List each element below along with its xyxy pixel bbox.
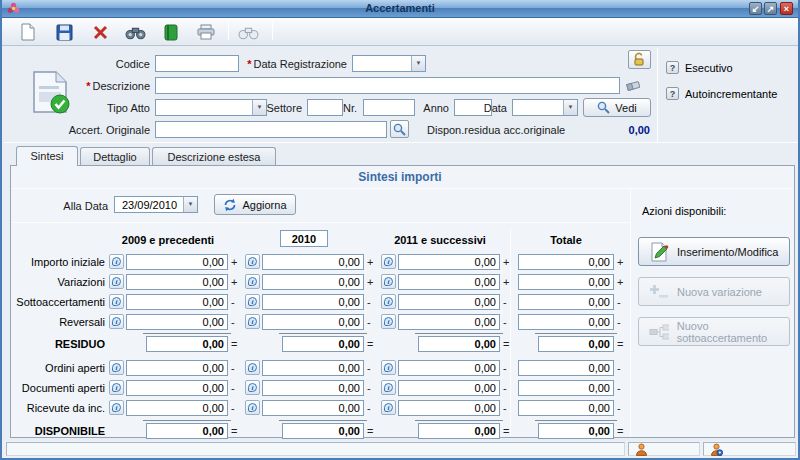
vedi-button[interactable]: Vedi — [583, 98, 651, 117]
find-accertamento-button[interactable] — [236, 20, 260, 44]
chevron-down-icon[interactable]: ▼ — [183, 197, 197, 212]
amount-input[interactable] — [518, 380, 614, 396]
amount-input[interactable] — [398, 400, 500, 416]
refresh-icon — [223, 198, 237, 212]
amount-input[interactable] — [262, 274, 364, 290]
amount-input[interactable] — [262, 254, 364, 270]
chevron-down-icon[interactable]: ▼ — [563, 100, 577, 115]
app-window: Accertamenti ↙ ↗ × Codice — [0, 0, 800, 460]
minimize-button[interactable]: ↙ — [749, 2, 762, 15]
info-icon[interactable] — [245, 380, 260, 395]
amount-input[interactable] — [518, 400, 614, 416]
open-padlock-icon — [632, 52, 647, 67]
titlebar[interactable]: Accertamenti ↙ ↗ × — [2, 0, 798, 18]
amount-input[interactable] — [518, 294, 614, 310]
clear-descrizione-button[interactable] — [626, 79, 641, 94]
amount-input[interactable] — [126, 274, 228, 290]
nuova-variazione-button[interactable]: Nuova variazione — [638, 277, 790, 306]
nuovo-sottoaccertamento-label: Nuovo sottoaccertamento — [677, 320, 789, 344]
lock-button[interactable] — [628, 50, 651, 69]
info-icon[interactable] — [381, 360, 396, 375]
info-icon[interactable] — [381, 314, 396, 329]
info-icon[interactable] — [381, 274, 396, 289]
data-combo[interactable]: ▼ — [512, 99, 578, 116]
info-icon[interactable] — [245, 274, 260, 289]
amount-input[interactable] — [518, 274, 614, 290]
search-accert-button[interactable] — [390, 120, 409, 138]
amount-input[interactable] — [262, 360, 364, 376]
alla-data-divider — [12, 222, 630, 223]
amount-input[interactable] — [398, 380, 500, 396]
amount-input[interactable] — [418, 336, 500, 352]
info-icon[interactable] — [245, 294, 260, 309]
amount-input[interactable] — [398, 254, 500, 270]
info-icon[interactable] — [381, 380, 396, 395]
amount-input[interactable] — [398, 294, 500, 310]
aggiorna-button[interactable]: Aggiorna — [214, 194, 296, 215]
inserimento-modifica-button[interactable]: Inserimento/Modifica — [638, 237, 790, 266]
amount-input[interactable] — [126, 254, 228, 270]
find-button[interactable] — [123, 20, 147, 44]
info-icon[interactable] — [109, 314, 124, 329]
tab-sintesi[interactable]: Sintesi — [16, 146, 78, 166]
amount-input[interactable] — [418, 423, 500, 439]
amount-input[interactable] — [398, 314, 500, 330]
descrizione-label: *Descrizione — [30, 80, 150, 92]
amount-input[interactable] — [146, 336, 228, 352]
new-document-button[interactable] — [16, 20, 40, 44]
amount-input[interactable] — [398, 360, 500, 376]
info-icon[interactable] — [245, 400, 260, 415]
maximize-button[interactable]: ↗ — [764, 2, 777, 15]
amount-input[interactable] — [518, 254, 614, 270]
amount-input[interactable] — [398, 274, 500, 290]
amount-input[interactable] — [126, 294, 228, 310]
column-header-2009: 2009 e precedenti — [122, 234, 214, 246]
amount-input[interactable] — [518, 360, 614, 376]
catalog-button[interactable] — [159, 20, 183, 44]
info-icon[interactable] — [245, 360, 260, 375]
codice-label: Codice — [30, 58, 150, 70]
tab-descrizione-estesa[interactable]: Descrizione estesa — [152, 147, 276, 165]
amount-input[interactable] — [126, 400, 228, 416]
esecutivo-checkbox[interactable]: ? — [666, 61, 679, 74]
info-icon[interactable] — [381, 294, 396, 309]
amount-input[interactable] — [262, 380, 364, 396]
amount-input[interactable] — [262, 294, 364, 310]
vedi-button-label: Vedi — [615, 102, 636, 114]
info-icon[interactable] — [109, 294, 124, 309]
info-icon[interactable] — [109, 254, 124, 269]
delete-button[interactable] — [88, 20, 112, 44]
data-registrazione-combo[interactable]: ▼ — [352, 55, 426, 72]
nuovo-sottoaccertamento-button[interactable]: Nuovo sottoaccertamento — [638, 317, 790, 346]
toolbar-separator — [272, 22, 273, 40]
amount-input[interactable] — [538, 336, 614, 352]
amount-input[interactable] — [126, 314, 228, 330]
print-button[interactable] — [194, 20, 218, 44]
descrizione-input[interactable] — [155, 77, 620, 94]
info-icon[interactable] — [245, 254, 260, 269]
amount-input[interactable] — [282, 423, 364, 439]
close-button[interactable]: × — [780, 2, 793, 15]
amount-input[interactable] — [538, 423, 614, 439]
info-icon[interactable] — [381, 400, 396, 415]
chevron-down-icon[interactable]: ▼ — [411, 56, 425, 71]
amount-input[interactable] — [262, 400, 364, 416]
info-icon[interactable] — [109, 400, 124, 415]
tab-dettaglio[interactable]: Dettaglio — [80, 147, 150, 165]
accert-originale-input[interactable] — [155, 121, 387, 138]
info-icon[interactable] — [109, 274, 124, 289]
amount-input[interactable] — [146, 423, 228, 439]
amount-input[interactable] — [262, 314, 364, 330]
amount-input[interactable] — [126, 380, 228, 396]
alla-data-combo[interactable]: 23/09/2010 ▼ — [114, 196, 198, 213]
amount-input[interactable] — [126, 360, 228, 376]
amount-input[interactable] — [282, 336, 364, 352]
info-icon[interactable] — [109, 360, 124, 375]
info-icon[interactable] — [109, 380, 124, 395]
save-button[interactable] — [52, 20, 76, 44]
codice-input[interactable] — [155, 55, 239, 72]
info-icon[interactable] — [381, 254, 396, 269]
autoincrementante-checkbox[interactable]: ? — [666, 87, 679, 100]
info-icon[interactable] — [245, 314, 260, 329]
amount-input[interactable] — [518, 314, 614, 330]
